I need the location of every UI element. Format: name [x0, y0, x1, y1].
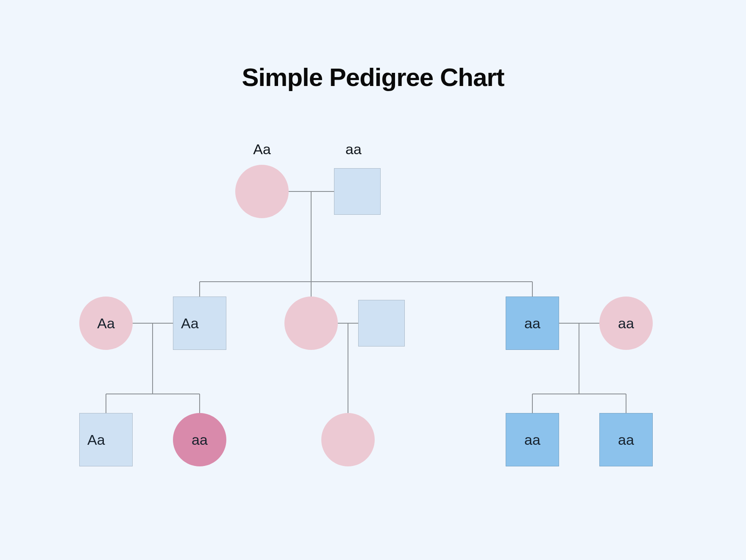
- genotype-label-g2-right-wife: aa: [618, 315, 634, 332]
- node-g3-right-son2: aa: [599, 413, 653, 466]
- genotype-label-g2-left-husband: Aa: [181, 315, 199, 332]
- genotype-label-g3-left-daughter: aa: [192, 432, 208, 448]
- node-g2-mid-wife: [284, 297, 338, 350]
- node-g2-right-husband: aa: [506, 297, 559, 350]
- pedigree-stage: Aa aa Aa Aa aa aa Aa aa aa aa: [0, 0, 746, 560]
- node-g2-left-wife: Aa: [79, 297, 133, 350]
- genotype-label-g2-left-wife: Aa: [97, 315, 115, 332]
- node-g2-left-husband: Aa: [173, 297, 226, 350]
- connector-lines: [0, 0, 746, 560]
- genotype-label-g1-father: aa: [345, 141, 362, 158]
- genotype-label-g3-left-son: Aa: [87, 432, 105, 448]
- genotype-label-g3-right-son2: aa: [618, 432, 634, 448]
- node-g3-mid-daughter: [321, 413, 375, 466]
- genotype-label-g2-right-husband: aa: [524, 315, 540, 332]
- node-g2-mid-husband: [358, 300, 405, 347]
- node-g2-right-wife: aa: [599, 297, 653, 350]
- genotype-label-g3-right-son1: aa: [524, 432, 540, 448]
- node-g1-father: [334, 168, 381, 215]
- node-g3-right-son1: aa: [506, 413, 559, 466]
- node-g3-left-daughter: aa: [173, 413, 226, 466]
- node-g3-left-son: Aa: [79, 413, 133, 466]
- genotype-label-g1-mother: Aa: [253, 141, 271, 158]
- node-g1-mother: [235, 165, 289, 218]
